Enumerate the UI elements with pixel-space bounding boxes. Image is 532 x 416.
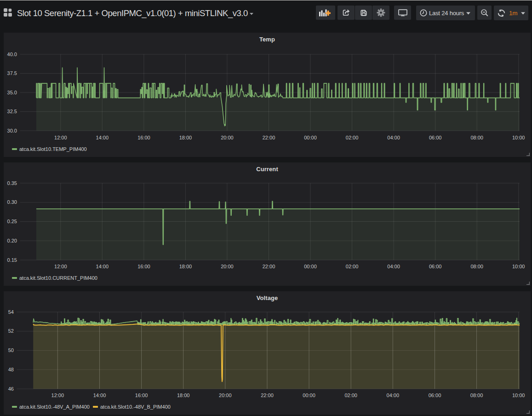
svg-text:0.15: 0.15	[7, 257, 17, 263]
svg-text:16:00: 16:00	[135, 393, 148, 398]
svg-text:0.25: 0.25	[7, 219, 17, 224]
svg-text:0.35: 0.35	[7, 180, 17, 186]
svg-text:08:00: 08:00	[470, 264, 483, 269]
svg-text:10:00: 10:00	[512, 135, 525, 140]
svg-text:40.0: 40.0	[7, 52, 17, 57]
svg-text:22:00: 22:00	[263, 264, 275, 269]
svg-text:20:00: 20:00	[221, 135, 234, 140]
svg-text:30.0: 30.0	[7, 128, 17, 133]
svg-text:14:00: 14:00	[93, 393, 106, 398]
svg-text:14:00: 14:00	[96, 135, 109, 140]
svg-text:06:00: 06:00	[429, 393, 441, 398]
svg-text:0.30: 0.30	[7, 199, 17, 205]
svg-text:16:00: 16:00	[137, 135, 150, 140]
svg-text:0.20: 0.20	[7, 238, 17, 243]
svg-text:35.0: 35.0	[7, 90, 17, 95]
svg-text:37.5: 37.5	[7, 70, 17, 76]
svg-text:54: 54	[8, 309, 14, 315]
svg-text:20:00: 20:00	[221, 264, 234, 269]
svg-text:00:00: 00:00	[304, 264, 317, 269]
svg-text:08:00: 08:00	[470, 393, 483, 398]
svg-text:22:00: 22:00	[261, 393, 274, 398]
svg-text:10:00: 10:00	[512, 393, 525, 398]
svg-text:46: 46	[8, 386, 14, 392]
svg-text:12:00: 12:00	[54, 264, 67, 269]
svg-text:18:00: 18:00	[179, 135, 192, 140]
svg-text:52: 52	[8, 328, 14, 334]
svg-text:50: 50	[8, 347, 14, 353]
svg-text:04:00: 04:00	[387, 264, 400, 269]
svg-text:14:00: 14:00	[96, 264, 109, 269]
svg-text:22:00: 22:00	[263, 135, 275, 140]
svg-text:12:00: 12:00	[54, 135, 67, 140]
svg-text:08:00: 08:00	[470, 135, 483, 140]
svg-text:02:00: 02:00	[344, 393, 357, 398]
svg-text:02:00: 02:00	[346, 264, 359, 269]
svg-text:06:00: 06:00	[429, 264, 442, 269]
svg-text:16:00: 16:00	[137, 264, 150, 269]
svg-text:20:00: 20:00	[219, 393, 232, 398]
svg-text:04:00: 04:00	[387, 393, 400, 398]
svg-text:18:00: 18:00	[177, 393, 190, 398]
svg-text:12:00: 12:00	[51, 393, 64, 398]
svg-text:32.5: 32.5	[7, 109, 17, 114]
svg-text:00:00: 00:00	[303, 393, 315, 398]
svg-text:00:00: 00:00	[304, 135, 317, 140]
svg-text:06:00: 06:00	[429, 135, 442, 140]
svg-text:04:00: 04:00	[387, 135, 400, 140]
svg-text:48: 48	[8, 367, 14, 372]
svg-text:18:00: 18:00	[179, 264, 192, 269]
svg-text:10:00: 10:00	[512, 264, 525, 269]
svg-text:02:00: 02:00	[346, 135, 359, 140]
